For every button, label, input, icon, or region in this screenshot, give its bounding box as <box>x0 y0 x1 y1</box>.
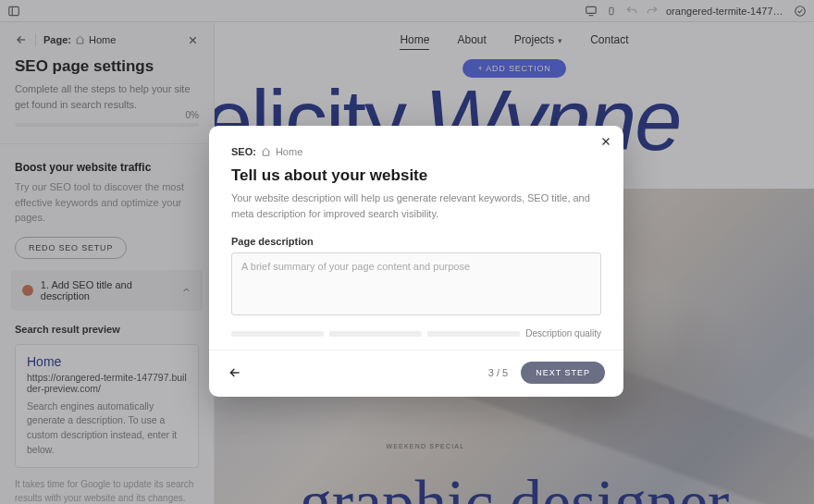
modal-breadcrumb: SEO: Home <box>231 146 601 157</box>
modal-explain: Your website description will help us ge… <box>231 191 601 221</box>
seo-wizard-modal: SEO: Home Tell us about your website You… <box>209 126 623 397</box>
quality-bar-2 <box>329 331 422 337</box>
modal-title: Tell us about your website <box>231 166 601 185</box>
page-description-input[interactable] <box>231 252 601 315</box>
quality-bar-1 <box>231 331 324 337</box>
page-description-label: Page description <box>231 236 601 247</box>
description-quality-meter: Description quality <box>231 328 601 338</box>
modal-pager: 3 / 5 <box>488 367 508 378</box>
modal-crumb-label: SEO: <box>231 146 256 157</box>
modal-close-button[interactable] <box>599 135 612 148</box>
next-step-button[interactable]: NEXT STEP <box>521 362 605 384</box>
home-icon <box>261 147 271 157</box>
quality-label: Description quality <box>525 328 601 338</box>
modal-crumb-page: Home <box>276 146 302 157</box>
quality-bar-3 <box>427 331 520 337</box>
modal-back-button[interactable] <box>228 365 242 380</box>
